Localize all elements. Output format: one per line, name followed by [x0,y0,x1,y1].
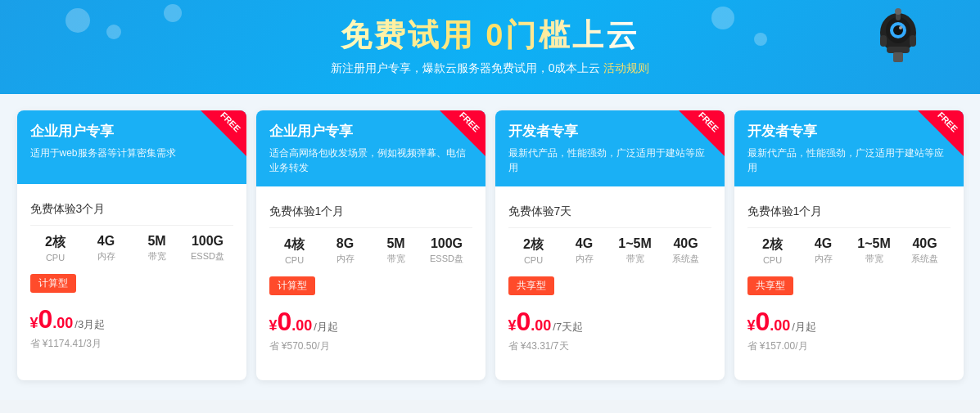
card-1[interactable]: 企业用户专享适合高网络包收发场景，例如视频弹幕、电信业务转发FREE免费体验1个… [256,110,485,380]
spec-label-0-2: 带宽 [132,250,183,263]
price-period-0: /3月起 [75,318,105,330]
svg-rect-7 [880,35,887,47]
card-2[interactable]: 开发者专享最新代产品，性能强劲，广泛适用于建站等应用FREE免费体验7天2核CP… [495,110,725,380]
free-ribbon-1: FREE [440,110,485,156]
price-currency-2: ¥ [508,317,517,334]
card-0[interactable]: 企业用户专享适用于web服务器等计算密集需求FREE免费体验3个月2核CPU4G… [17,110,246,380]
spec-value-2-0: 2核 [508,236,559,254]
spec-value-2-1: 4G [559,236,610,251]
spec-item-1-0: 4核CPU [269,236,320,265]
svg-rect-6 [893,52,903,62]
spec-label-3-0: CPU [747,255,798,265]
activity-link[interactable]: 活动规则 [603,61,649,74]
spec-value-3-0: 2核 [747,236,798,254]
spec-item-3-0: 2核CPU [747,236,798,265]
type-badge-1: 计算型 [269,276,315,295]
spec-label-1-0: CPU [269,255,320,265]
bubble-decor-1 [65,8,90,33]
price-save-2: 省 ¥43.31/7天 [508,339,711,353]
price-currency-3: ¥ [747,317,756,334]
spec-item-2-3: 40G系统盘 [661,236,711,265]
spec-item-1-2: 5M带宽 [371,236,422,265]
price-amount-2: 0 [517,307,531,336]
price-save-3: 省 ¥157.00/月 [747,339,951,353]
price-currency-0: ¥ [30,315,38,331]
price-area-0: ¥0.00/3月起省 ¥1174.41/3月 [30,304,233,351]
svg-rect-8 [910,35,916,47]
svg-rect-5 [887,47,910,53]
type-badge-3: 共享型 [747,276,793,295]
spec-label-0-0: CPU [30,253,81,263]
trial-period-2: 免费体验7天 [508,196,711,228]
spec-value-1-1: 8G [320,236,371,251]
card-body-3: 免费体验1个月2核CPU4G内存1~5M带宽40G系统盘共享型¥0.00/月起省… [734,186,964,353]
trial-period-3: 免费体验1个月 [747,196,951,228]
spec-label-2-2: 带宽 [610,253,661,265]
spec-value-3-3: 40G [900,236,951,251]
price-main-2: ¥0.00/7天起 [508,307,711,337]
banner-title: 免费试用 0门槛上云 [341,15,640,56]
price-amount-1: 0 [278,307,292,336]
svg-point-4 [899,26,902,29]
spec-label-3-3: 系统盘 [900,253,951,265]
price-area-3: ¥0.00/月起省 ¥157.00/月 [747,307,951,353]
bubble-decor-4 [711,7,734,29]
type-badge-2: 共享型 [508,276,554,295]
spec-value-0-3: 100G [183,234,233,249]
price-amount-3: 0 [756,307,770,336]
spec-label-2-3: 系统盘 [661,253,711,265]
banner-subtitle: 新注册用户专享，爆款云服务器免费试用，0成本上云 活动规则 [0,61,980,76]
card-header-3: 开发者专享最新代产品，性能强劲，广泛适用于建站等应用FREE [734,110,964,186]
price-decimal-3: .00 [770,317,790,334]
spec-item-2-1: 4G内存 [559,236,610,265]
spec-label-0-1: 内存 [81,250,132,263]
price-currency-1: ¥ [269,317,278,334]
spec-item-2-0: 2核CPU [508,236,559,265]
price-period-1: /月起 [314,321,338,333]
spec-item-3-3: 40G系统盘 [900,236,951,265]
specs-row-1: 4核CPU8G内存5M带宽100GESSD盘 [269,236,472,265]
price-decimal-0: .00 [52,315,73,331]
bubble-decor-5 [754,33,767,46]
spec-value-0-2: 5M [132,234,183,249]
spec-item-1-3: 100GESSD盘 [422,236,472,265]
free-ribbon-2: FREE [679,110,725,156]
spec-label-1-3: ESSD盘 [422,253,472,265]
spec-label-2-1: 内存 [559,253,610,265]
spec-item-1-1: 8G内存 [320,236,371,265]
specs-row-0: 2核CPU4G内存5M带宽100GESSD盘 [30,234,233,263]
spec-label-1-2: 带宽 [371,253,422,265]
spec-item-0-3: 100GESSD盘 [183,234,233,263]
spec-label-3-2: 带宽 [849,253,900,265]
price-main-0: ¥0.00/3月起 [30,304,233,334]
spec-value-1-3: 100G [422,236,472,251]
spec-value-0-1: 4G [81,234,132,249]
free-ribbon-0: FREE [201,110,246,156]
card-header-2: 开发者专享最新代产品，性能强劲，广泛适用于建站等应用FREE [495,110,725,186]
spec-value-0-0: 2核 [30,234,81,251]
price-main-3: ¥0.00/月起 [747,307,951,337]
price-period-2: /7天起 [553,321,583,333]
cards-section: 企业用户专享适用于web服务器等计算密集需求FREE免费体验3个月2核CPU4G… [0,94,980,400]
card-body-0: 免费体验3个月2核CPU4G内存5M带宽100GESSD盘计算型¥0.00/3月… [17,184,246,351]
spec-value-1-2: 5M [371,236,422,251]
spec-item-0-0: 2核CPU [30,234,81,263]
bubble-decor-2 [106,25,121,39]
price-save-1: 省 ¥570.50/月 [269,339,472,353]
specs-row-2: 2核CPU4G内存1~5M带宽40G系统盘 [508,236,711,265]
card-3[interactable]: 开发者专享最新代产品，性能强劲，广泛适用于建站等应用FREE免费体验1个月2核C… [734,110,964,380]
spec-item-3-1: 4G内存 [798,236,849,265]
banner: 免费试用 0门槛上云 新注册用户专享，爆款云服务器免费试用，0成本上云 活动规则 [0,0,980,94]
spec-label-1-1: 内存 [320,253,371,265]
trial-period-1: 免费体验1个月 [269,196,472,228]
spec-item-2-2: 1~5M带宽 [610,236,661,265]
spec-label-2-0: CPU [508,255,559,265]
card-body-1: 免费体验1个月4核CPU8G内存5M带宽100GESSD盘计算型¥0.00/月起… [256,186,485,353]
card-header-1: 企业用户专享适合高网络包收发场景，例如视频弹幕、电信业务转发FREE [256,110,485,186]
price-decimal-2: .00 [531,317,551,334]
card-body-2: 免费体验7天2核CPU4G内存1~5M带宽40G系统盘共享型¥0.00/7天起省… [495,186,725,353]
price-area-1: ¥0.00/月起省 ¥570.50/月 [269,307,472,353]
card-header-0: 企业用户专享适用于web服务器等计算密集需求FREE [17,110,246,184]
spec-item-3-2: 1~5M带宽 [849,236,900,265]
spec-value-2-3: 40G [661,236,711,251]
